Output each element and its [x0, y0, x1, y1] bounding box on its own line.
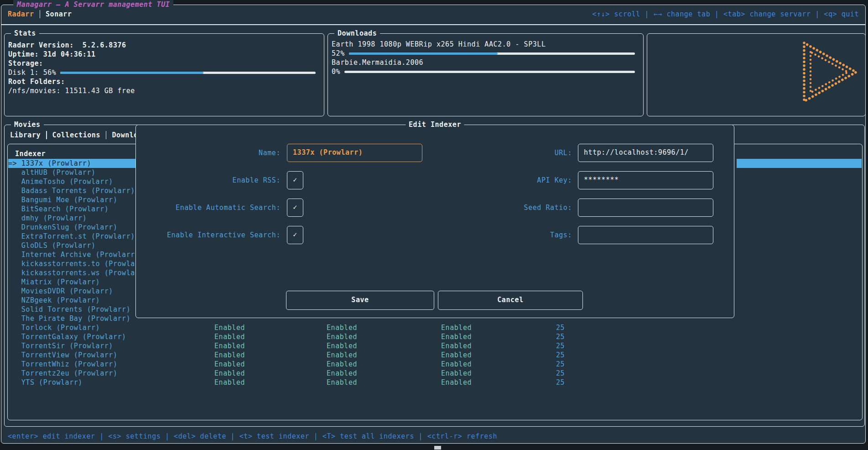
api-key-input[interactable]: ********: [578, 171, 713, 189]
indexer-list-item[interactable]: DrunkenSlug (Prowlarr): [8, 223, 136, 232]
status-cell: Enabled: [214, 360, 245, 369]
app-title: Managarr – A Servarr management TUI: [13, 0, 173, 9]
indexer-list-item[interactable]: TorrentView (Prowlarr): [8, 351, 136, 360]
disk-usage-progressbar: [60, 72, 316, 74]
indexer-list: => 1337x (Prowlarr) altHUB (Prowlarr) An…: [8, 159, 136, 387]
downloads-panel: Downloads Earth 1998 1080p WEBRip x265 H…: [327, 33, 644, 116]
indexer-list-item[interactable]: Solid Torrents (Prowlarr): [8, 305, 136, 314]
uptime-line: Uptime: 31d 04:36:11: [8, 50, 320, 59]
priority-cell: 25: [556, 369, 565, 378]
enable-rss-checkbox[interactable]: ✓: [287, 171, 303, 189]
status-cell: Enabled: [441, 323, 472, 332]
priority-cell: 25: [556, 341, 565, 351]
api-key-label: API Key:: [428, 176, 572, 185]
status-cell: Enabled: [327, 360, 357, 369]
enable-automatic-search-label: Enable Automatic Search:: [136, 203, 281, 212]
indexer-list-item[interactable]: dmhy (Prowlarr): [8, 214, 136, 223]
enable-interactive-search-checkbox[interactable]: ✓: [287, 226, 303, 244]
indexer-list-item[interactable]: BitSearch (Prowlarr): [8, 204, 136, 214]
status-cell: Enabled: [327, 332, 357, 341]
check-icon: ✓: [293, 203, 297, 211]
storage-label: Storage:: [8, 59, 320, 68]
download-percent-label: 52%: [332, 49, 345, 58]
managarr-play-logo-icon: [800, 40, 859, 105]
terminal-screen: Managarr – A Servarr management TUI Rada…: [0, 0, 868, 450]
status-cell: Enabled: [214, 378, 245, 387]
header-divider: [1, 24, 865, 25]
download-item-name: Earth 1998 1080p WEBRip x265 Hindi AAC2.…: [332, 40, 639, 49]
indexer-list-item[interactable]: TorrentSir (Prowlarr): [8, 341, 136, 351]
indexer-list-item[interactable]: TorrentGalaxy (Prowlarr): [8, 332, 136, 341]
indexer-list-item[interactable]: The Pirate Bay (Prowlarr): [8, 314, 136, 323]
indexer-list-item[interactable]: Badass Torrents (Prowlarr): [8, 186, 136, 195]
cancel-button[interactable]: Cancel: [438, 291, 583, 310]
stats-panel: Stats Radarr Version: 5.2.6.8376 Uptime:…: [4, 33, 324, 116]
indexer-list-item[interactable]: YTS (Prowlarr): [8, 378, 136, 387]
indexer-list-item[interactable]: kickasstorrents.to (Prowlarr): [8, 259, 136, 268]
seed-ratio-input[interactable]: [578, 199, 713, 217]
logo-panel: [647, 33, 866, 116]
download-item-name: Barbie.Mermaidia.2006: [332, 58, 639, 67]
root-folders-label: Root Folders:: [8, 77, 320, 86]
status-cell: Enabled: [214, 369, 245, 378]
url-input[interactable]: http://localhost:9696/1/: [578, 144, 713, 162]
root-folder-line: /nfs/movies: 11511.43 GB free: [8, 86, 320, 95]
status-cell: Enabled: [214, 332, 245, 341]
status-cell: Enabled: [441, 369, 472, 378]
tab-sonarr[interactable]: Sonarr: [46, 10, 72, 18]
indexer-list-item[interactable]: ExtraTorrent.st (Prowlarr): [8, 232, 136, 241]
tab-collections[interactable]: Collections: [52, 131, 100, 139]
indexer-list-item[interactable]: Torlock (Prowlarr): [8, 323, 136, 332]
indexer-list-item[interactable]: AnimeTosho (Prowlarr): [8, 177, 136, 186]
status-cell: Enabled: [441, 360, 472, 369]
movies-panel-title: Movies: [11, 120, 44, 129]
edit-indexer-modal: Edit Indexer Name: 1337x (Prowlarr) URL:…: [135, 125, 734, 318]
indexer-list-item[interactable]: MoviesDVDR (Prowlarr): [8, 287, 136, 296]
indexer-list-item[interactable]: Bangumi Moe (Prowlarr): [8, 195, 136, 204]
tab-library[interactable]: Library: [10, 131, 41, 139]
status-cell: Enabled: [327, 323, 357, 332]
priority-cell: 25: [556, 360, 565, 369]
status-cell: Enabled: [441, 351, 472, 360]
status-cell: Enabled: [441, 341, 472, 351]
disk-usage-label: Disk 1: 56%: [8, 68, 56, 77]
enable-automatic-search-checkbox[interactable]: ✓: [287, 199, 303, 217]
indexer-list-item[interactable]: Torrentz2eu (Prowlarr): [8, 369, 136, 378]
indexer-list-item[interactable]: Miatrix (Prowlarr): [8, 277, 136, 287]
priority-cell: 25: [556, 378, 565, 387]
indexer-list-item[interactable]: NZBgeek (Prowlarr): [8, 296, 136, 305]
app-window: Managarr – A Servarr management TUI Rada…: [1, 5, 866, 444]
priority-cell: 25: [556, 323, 565, 332]
indexer-list-item[interactable]: altHUB (Prowlarr): [8, 168, 136, 177]
status-cell: Enabled: [327, 341, 357, 351]
status-cell: Enabled: [327, 369, 357, 378]
download-item-progress: 0%: [332, 67, 639, 76]
download-progressbar: [349, 52, 635, 55]
servarr-tabs: Radarr Sonarr: [8, 9, 72, 19]
indexer-list-item[interactable]: kickasstorrents.ws (Prowlarr): [8, 268, 136, 277]
indexer-list-item[interactable]: => 1337x (Prowlarr): [8, 159, 136, 168]
download-progressbar: [344, 71, 635, 73]
indexer-list-item[interactable]: Internet Archive (Prowlarr): [8, 250, 136, 259]
terminal-artifact: [434, 446, 441, 450]
radarr-version-line: Radarr Version: 5.2.6.8376: [8, 41, 320, 50]
status-cell: Enabled: [214, 323, 245, 332]
movies-tabs: Library Collections Downloads: [10, 130, 151, 140]
status-cell: Enabled: [441, 332, 472, 341]
tab-radarr[interactable]: Radarr: [8, 10, 34, 18]
check-icon: ✓: [293, 230, 297, 239]
indexer-list-item[interactable]: TorrentWhiz (Prowlarr): [8, 360, 136, 369]
selected-row-highlight-fragment: [737, 159, 862, 168]
indexer-list-item[interactable]: GloDLS (Prowlarr): [8, 241, 136, 250]
status-cell: Enabled: [214, 351, 245, 360]
tags-input[interactable]: [578, 226, 713, 244]
modal-title: Edit Indexer: [405, 120, 464, 129]
bottom-keybindings: <enter> edit indexer | <s> settings | <d…: [8, 432, 497, 441]
tab-separator: [40, 10, 41, 18]
name-input[interactable]: 1337x (Prowlarr): [287, 144, 422, 162]
status-cell: Enabled: [441, 378, 472, 387]
enable-rss-label: Enable RSS:: [136, 176, 281, 185]
top-keybindings: <↑↓> scroll | ←→ change tab | <tab> chan…: [593, 10, 859, 19]
save-button[interactable]: Save: [286, 291, 434, 310]
priority-cell: 25: [556, 351, 565, 360]
